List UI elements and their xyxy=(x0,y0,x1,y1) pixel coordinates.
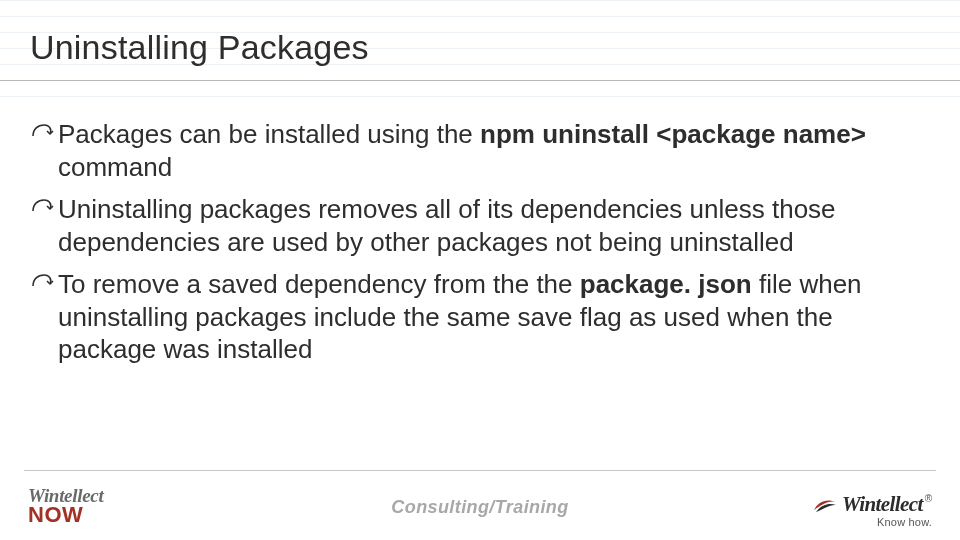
bullet-glyph-icon xyxy=(30,122,58,144)
slide-body: Packages can be installed using the npm … xyxy=(30,118,934,376)
bullet-text: To remove a saved dependency from the th… xyxy=(58,268,934,366)
slide: Uninstalling Packages Packages can be in… xyxy=(0,0,960,540)
bullet-glyph-icon xyxy=(30,272,58,294)
bullet-text: Uninstalling packages removes all of its… xyxy=(58,193,934,258)
logo-right-tagline: Know how. xyxy=(877,517,932,528)
slide-title: Uninstalling Packages xyxy=(30,28,369,67)
bullet-item: Uninstalling packages removes all of its… xyxy=(30,193,934,258)
registered-mark: ® xyxy=(925,494,932,504)
bullet-item: Packages can be installed using the npm … xyxy=(30,118,934,183)
bullet-item: To remove a saved dependency from the th… xyxy=(30,268,934,366)
swoosh-icon xyxy=(812,496,838,514)
logo-right-brand: Wintellect xyxy=(842,494,923,515)
bullet-glyph-icon xyxy=(30,197,58,219)
slide-footer: Wintellect NOW Consulting/Training Winte… xyxy=(0,470,960,540)
title-underline xyxy=(0,80,960,81)
bullet-text: Packages can be installed using the npm … xyxy=(58,118,934,183)
logo-wintellect: Wintellect ® Know how. xyxy=(812,494,932,528)
footer-divider xyxy=(24,470,936,471)
